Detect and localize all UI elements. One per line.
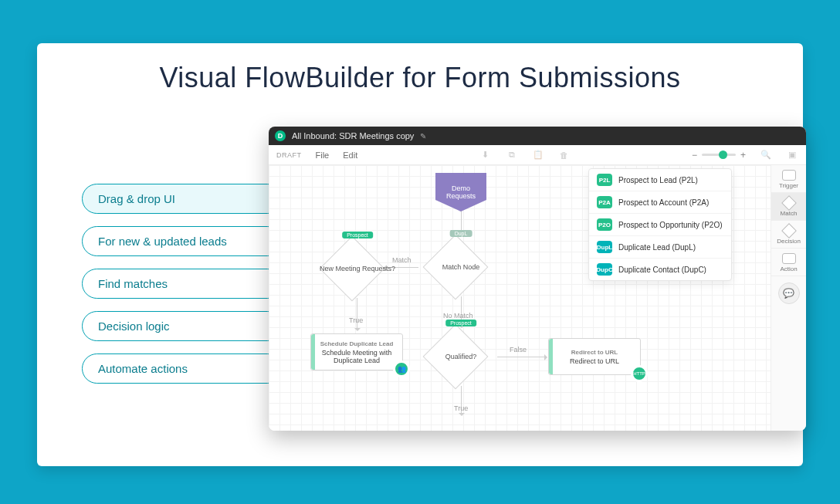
trash-icon[interactable]: 🗑 [558, 149, 571, 161]
new-meeting-label: New Meeting Requests? [315, 239, 400, 298]
toolbar: DRAFT File Edit ⬇ ⧉ 📋 🗑 − + 🔍 ▣ [269, 145, 806, 165]
trigger-node-demo-requests[interactable]: Demo Requests [435, 173, 486, 211]
app-body: Demo Requests Insert DupL Match Node Mat… [269, 165, 806, 431]
edit-title-icon[interactable]: ✎ [420, 132, 426, 140]
palette-decision[interactable]: Decision [771, 221, 806, 249]
edge-label-false: False [510, 346, 527, 353]
match-shape-icon [781, 195, 797, 211]
match-types-panel: P2L Prospect to Lead (P2L) P2A Prospect … [588, 168, 732, 281]
prospect-tag: Prospect [342, 232, 373, 238]
palette-trigger[interactable]: Trigger [771, 165, 806, 193]
redirect-body: Redirect to URL [570, 357, 619, 365]
pill-find-matches: Find matches [82, 269, 283, 299]
page-title: Visual FlowBuilder for Form Submissions [37, 62, 803, 94]
status-badge: DRAFT [276, 151, 302, 159]
present-icon[interactable]: ▣ [786, 149, 798, 161]
match-node-label: Match Node [418, 238, 503, 296]
schedule-body: Schedule Meeting with Duplicate Lead [317, 349, 396, 364]
palette-comment-icon[interactable]: 💬 [778, 282, 800, 304]
zoom-plus[interactable]: + [740, 150, 746, 161]
match-type-p2o[interactable]: P2O Prospect to Opportunity (P2O) [589, 214, 731, 236]
match-node-tag: DupL [450, 230, 472, 237]
pill-automate-actions: Automate actions [82, 353, 283, 384]
action-shape-icon [782, 253, 796, 264]
chip-dupc: DupC [597, 263, 612, 276]
palette-trigger-label: Trigger [779, 182, 798, 189]
match-type-p2a[interactable]: P2A Prospect to Account (P2A) [589, 191, 731, 214]
pill-drag-drop: Drag & drop UI [82, 184, 283, 214]
schedule-head: Schedule Duplicate Lead [320, 340, 394, 347]
copy-icon[interactable]: ⧉ [506, 149, 518, 161]
label-p2l: Prospect to Lead (P2L) [618, 176, 698, 184]
zoom-slider-thumb[interactable] [719, 151, 727, 159]
http-icon: HTTP [631, 365, 648, 382]
edge-label-true-bottom: True [454, 404, 468, 412]
match-node[interactable]: DupL Match Node [418, 238, 503, 296]
flow-canvas[interactable]: Demo Requests Insert DupL Match Node Mat… [269, 165, 771, 431]
decision-new-meeting[interactable]: Prospect New Meeting Requests? [315, 239, 400, 298]
action-schedule-meeting[interactable]: Schedule Duplicate Lead Schedule Meeting… [310, 333, 403, 370]
palette-match[interactable]: Match [771, 193, 806, 221]
trigger-shape-icon [782, 170, 796, 181]
qualified-label: Qualified? [418, 327, 503, 386]
menu-edit[interactable]: Edit [343, 151, 357, 160]
match-type-p2l[interactable]: P2L Prospect to Lead (P2L) [589, 169, 731, 191]
label-dupc: Duplicate Contact (DupC) [618, 266, 706, 274]
flowbuilder-window: All Inbound: SDR Meetings copy ✎ DRAFT F… [269, 127, 806, 431]
edge-label-true-left: True [349, 316, 363, 324]
download-icon[interactable]: ⬇ [479, 149, 492, 161]
titlebar: All Inbound: SDR Meetings copy ✎ [269, 127, 806, 145]
app-logo-icon [275, 130, 286, 141]
feature-pill-list: Drag & drop UI For new & updated leads F… [82, 184, 283, 384]
pill-decision-logic: Decision logic [82, 311, 283, 341]
chip-p2o: P2O [597, 218, 612, 231]
label-p2a: Prospect to Account (P2A) [618, 198, 709, 207]
decision-qualified[interactable]: Prospect Qualified? [418, 327, 503, 386]
label-dupl: Duplicate Lead (DupL) [618, 243, 696, 252]
people-icon: 👥 [393, 360, 410, 377]
palette-action[interactable]: Action [771, 249, 806, 276]
pill-new-updated-leads: For new & updated leads [82, 226, 283, 256]
flow-title: All Inbound: SDR Meetings copy [292, 131, 414, 140]
zoom-minus[interactable]: − [692, 150, 697, 161]
action-redirect-url[interactable]: Redirect to URL Redirect to URL HTTP [548, 338, 641, 375]
arrow [357, 298, 357, 330]
chip-dupl: DupL [597, 241, 612, 253]
prospect-tag-2: Prospect [445, 320, 476, 326]
zoom-control[interactable]: − + [692, 150, 746, 161]
label-p2o: Prospect to Opportunity (P2O) [618, 221, 723, 229]
edge-label-no-match: No Match [443, 312, 473, 320]
match-type-dupc[interactable]: DupC Duplicate Contact (DupC) [589, 259, 731, 280]
redirect-head: Redirect to URL [571, 349, 618, 356]
decision-shape-icon [781, 223, 797, 238]
menu-file[interactable]: File [316, 151, 330, 160]
match-type-dupl[interactable]: DupL Duplicate Lead (DupL) [589, 236, 731, 259]
arrow [497, 357, 547, 357]
slide-card: Visual FlowBuilder for Form Submissions … [37, 43, 803, 466]
chip-p2a: P2A [597, 196, 612, 208]
palette-action-label: Action [780, 266, 797, 272]
search-icon[interactable]: 🔍 [760, 149, 772, 161]
clipboard-icon[interactable]: 📋 [532, 149, 544, 161]
chip-p2l: P2L [597, 174, 612, 186]
node-palette-rail: Trigger Match Decision Action 💬 [771, 165, 806, 431]
zoom-slider-track[interactable] [702, 154, 736, 156]
